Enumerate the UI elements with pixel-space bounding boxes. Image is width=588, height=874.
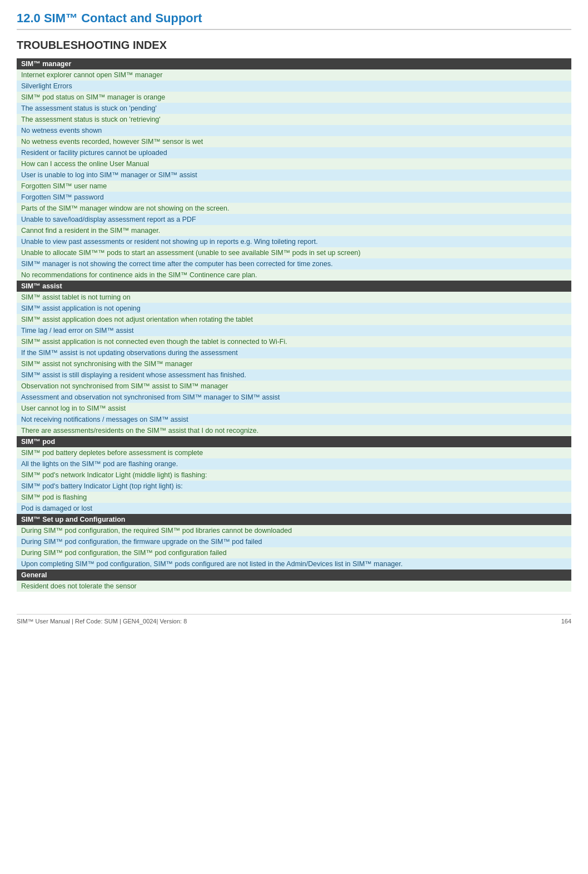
category-label: SIM™ pod [17, 436, 571, 447]
list-item[interactable]: SIM™ pod's battery Indicator Light (top … [17, 481, 571, 492]
list-item[interactable]: The assessment status is stuck on 'pendi… [17, 103, 571, 114]
list-item[interactable]: Forgotten SIM™ user name [17, 181, 571, 192]
page-container: 12.0 SIM™ Contact and Support TROUBLESHO… [17, 11, 571, 625]
list-item[interactable]: No wetness events shown [17, 125, 571, 136]
list-item-label: Resident or facility pictures cannot be … [17, 147, 571, 158]
list-item[interactable]: No wetness events recorded, however SIM™… [17, 136, 571, 147]
list-item-label: No wetness events recorded, however SIM™… [17, 136, 571, 147]
list-item-label: SIM™ assist application is not opening [17, 303, 571, 314]
list-item[interactable]: Assessment and observation not synchroni… [17, 392, 571, 403]
list-item[interactable]: During SIM™ pod configuration, the firmw… [17, 536, 571, 547]
list-item[interactable]: SIM™ assist not synchronising with the S… [17, 358, 571, 369]
list-item-label: How can I access the online User Manual [17, 158, 571, 169]
list-item[interactable]: The assessment status is stuck on 'retri… [17, 114, 571, 125]
section-title: 12.0 SIM™ Contact and Support [17, 11, 571, 30]
list-item-label: SIM™ pod's network Indicator Light (midd… [17, 470, 571, 481]
list-item-label: SIM™ pod status on SIM™ manager is orang… [17, 92, 571, 103]
list-item[interactable]: During SIM™ pod configuration, the requi… [17, 525, 571, 536]
list-item[interactable]: SIM™ assist tablet is not turning on [17, 292, 571, 303]
list-item-label: SIM™ pod battery depletes before assessm… [17, 447, 571, 458]
category-row: SIM™ pod [17, 436, 571, 447]
list-item[interactable]: SIM™ assist is still displaying a reside… [17, 369, 571, 381]
list-item[interactable]: SIM™ assist application is not opening [17, 303, 571, 314]
list-item[interactable]: Time lag / lead error on SIM™ assist [17, 325, 571, 336]
list-item-label: The assessment status is stuck on 'pendi… [17, 103, 571, 114]
list-item[interactable]: Pod is damaged or lost [17, 503, 571, 514]
category-label: SIM™ assist [17, 281, 571, 292]
list-item[interactable]: Observation not synchronised from SIM™ a… [17, 381, 571, 392]
list-item[interactable]: SIM™ pod status on SIM™ manager is orang… [17, 92, 571, 103]
page-footer: SIM™ User Manual | Ref Code: SUM | GEN4_… [17, 614, 571, 625]
list-item-label: SIM™ manager is not showing the correct … [17, 258, 571, 269]
troubleshooting-table: SIM™ managerInternet explorer cannot ope… [17, 58, 571, 592]
list-item-label: If the SIM™ assist is not updating obser… [17, 347, 571, 358]
category-row: General [17, 570, 571, 581]
list-item-label: Not receiving notifications / messages o… [17, 414, 571, 425]
list-item-label: User cannot log in to SIM™ assist [17, 403, 571, 414]
list-item[interactable]: Unable to save/load/display assessment r… [17, 214, 571, 225]
list-item-label: During SIM™ pod configuration, the SIM™ … [17, 547, 571, 558]
category-label: SIM™ Set up and Configuration [17, 514, 571, 525]
list-item[interactable]: SIM™ assist application does not adjust … [17, 314, 571, 325]
list-item-label: Unable to view past assessments or resid… [17, 236, 571, 247]
list-item-label: Pod is damaged or lost [17, 503, 571, 514]
list-item[interactable]: All the lights on the SIM™ pod are flash… [17, 458, 571, 470]
list-item-label: Observation not synchronised from SIM™ a… [17, 381, 571, 392]
list-item-label: SIM™ pod is flashing [17, 492, 571, 503]
list-item-label: SIM™ assist is still displaying a reside… [17, 369, 571, 381]
category-label: SIM™ manager [17, 58, 571, 69]
list-item[interactable]: User cannot log in to SIM™ assist [17, 403, 571, 414]
list-item-label: During SIM™ pod configuration, the firmw… [17, 536, 571, 547]
list-item-label: Resident does not tolerate the sensor [17, 581, 571, 592]
list-item[interactable]: During SIM™ pod configuration, the SIM™ … [17, 547, 571, 558]
category-row: SIM™ manager [17, 58, 571, 69]
list-item[interactable]: Not receiving notifications / messages o… [17, 414, 571, 425]
index-title: TROUBLESHOOTING INDEX [17, 39, 571, 52]
list-item-label: Internet explorer cannot open SIM™ manag… [17, 69, 571, 81]
list-item[interactable]: If the SIM™ assist is not updating obser… [17, 347, 571, 358]
list-item[interactable]: No recommendations for continence aids i… [17, 269, 571, 281]
list-item-label: SIM™ assist tablet is not turning on [17, 292, 571, 303]
list-item-label: There are assessments/residents on the S… [17, 425, 571, 436]
list-item-label: Silverlight Errors [17, 81, 571, 92]
list-item-label: Upon completing SIM™ pod configuration, … [17, 558, 571, 570]
footer-right: 164 [561, 618, 571, 625]
list-item-label: SIM™ pod's battery Indicator Light (top … [17, 481, 571, 492]
list-item-label: Forgotten SIM™ password [17, 192, 571, 203]
list-item[interactable]: SIM™ manager is not showing the correct … [17, 258, 571, 269]
list-item-label: No wetness events shown [17, 125, 571, 136]
list-item[interactable]: Resident or facility pictures cannot be … [17, 147, 571, 158]
list-item[interactable]: Internet explorer cannot open SIM™ manag… [17, 69, 571, 81]
list-item-label: Unable to save/load/display assessment r… [17, 214, 571, 225]
list-item[interactable]: Unable to view past assessments or resid… [17, 236, 571, 247]
category-row: SIM™ Set up and Configuration [17, 514, 571, 525]
list-item[interactable]: There are assessments/residents on the S… [17, 425, 571, 436]
list-item-label: All the lights on the SIM™ pod are flash… [17, 458, 571, 470]
list-item-label: Unable to allocate SIM™™ pods to start a… [17, 247, 571, 258]
list-item-label: The assessment status is stuck on 'retri… [17, 114, 571, 125]
category-label: General [17, 570, 571, 581]
list-item-label: During SIM™ pod configuration, the requi… [17, 525, 571, 536]
list-item[interactable]: Upon completing SIM™ pod configuration, … [17, 558, 571, 570]
list-item[interactable]: Silverlight Errors [17, 81, 571, 92]
list-item[interactable]: SIM™ assist application is not connected… [17, 336, 571, 347]
list-item-label: User is unable to log into SIM™ manager … [17, 169, 571, 181]
list-item-label: Assessment and observation not synchroni… [17, 392, 571, 403]
list-item[interactable]: Forgotten SIM™ password [17, 192, 571, 203]
list-item[interactable]: Parts of the SIM™ manager window are not… [17, 203, 571, 214]
list-item[interactable]: User is unable to log into SIM™ manager … [17, 169, 571, 181]
list-item[interactable]: SIM™ pod is flashing [17, 492, 571, 503]
list-item-label: Time lag / lead error on SIM™ assist [17, 325, 571, 336]
list-item-label: Parts of the SIM™ manager window are not… [17, 203, 571, 214]
list-item[interactable]: SIM™ pod battery depletes before assessm… [17, 447, 571, 458]
list-item[interactable]: How can I access the online User Manual [17, 158, 571, 169]
list-item-label: SIM™ assist not synchronising with the S… [17, 358, 571, 369]
footer-left: SIM™ User Manual | Ref Code: SUM | GEN4_… [17, 618, 187, 625]
list-item[interactable]: Unable to allocate SIM™™ pods to start a… [17, 247, 571, 258]
category-row: SIM™ assist [17, 281, 571, 292]
list-item[interactable]: Resident does not tolerate the sensor [17, 581, 571, 592]
list-item[interactable]: Cannot find a resident in the SIM™ manag… [17, 225, 571, 236]
list-item-label: Cannot find a resident in the SIM™ manag… [17, 225, 571, 236]
list-item[interactable]: SIM™ pod's network Indicator Light (midd… [17, 470, 571, 481]
list-item-label: SIM™ assist application is not connected… [17, 336, 571, 347]
